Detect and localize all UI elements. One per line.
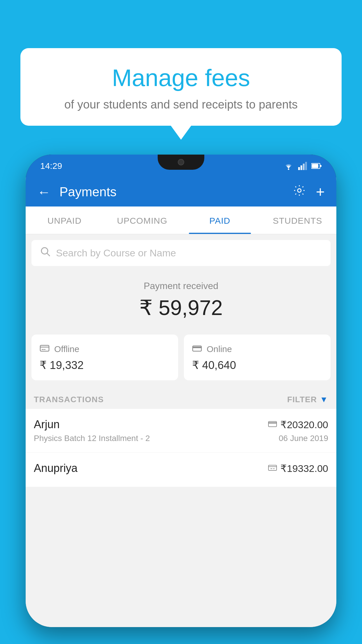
transaction-name: Arjun: [34, 418, 60, 431]
search-bar[interactable]: Search by Course or Name: [31, 240, 331, 266]
tab-students[interactable]: STUDENTS: [259, 206, 337, 234]
app-header: ← Payments +: [26, 177, 336, 206]
phone-notch: [158, 155, 204, 170]
payment-received-section: Payment received ₹ 59,972: [26, 266, 336, 329]
transaction-amount: ₹20320.00: [280, 419, 328, 430]
payment-cards: Offline ₹ 19,332 Online: [26, 329, 336, 389]
phone-screen: ← Payments + UNPAID UPCOMING PAID: [26, 177, 336, 627]
phone: 14:29: [26, 155, 336, 627]
header-actions: +: [293, 183, 325, 201]
battery-icon: [311, 162, 322, 169]
offline-card: Offline ₹ 19,332: [31, 335, 178, 380]
search-icon: [40, 246, 51, 260]
svg-rect-1: [298, 167, 300, 170]
phone-wrapper: 14:29: [26, 155, 336, 644]
filter-button[interactable]: FILTER ▼: [287, 395, 328, 404]
back-button[interactable]: ←: [37, 184, 51, 200]
tab-upcoming[interactable]: UPCOMING: [103, 206, 181, 234]
svg-rect-2: [301, 165, 302, 170]
status-icons: [283, 162, 322, 170]
online-card: Online ₹ 40,640: [184, 335, 331, 380]
tabs: UNPAID UPCOMING PAID STUDENTS: [26, 206, 336, 234]
speech-bubble: Manage fees of your students and send re…: [20, 48, 342, 126]
tab-paid[interactable]: PAID: [181, 206, 259, 234]
svg-rect-11: [40, 345, 49, 351]
filter-label: FILTER: [287, 395, 317, 404]
svg-line-10: [47, 253, 50, 256]
transaction-row[interactable]: Anupriya ₹19332.00: [26, 453, 336, 487]
main-content: Search by Course or Name Payment receive…: [26, 234, 336, 627]
offline-label: Offline: [54, 344, 79, 354]
online-amount: ₹ 40,640: [192, 359, 322, 372]
svg-rect-3: [303, 164, 305, 170]
wifi-icon: [283, 162, 294, 170]
offline-icon: [40, 343, 50, 355]
camera: [178, 159, 184, 165]
signal-icon: [298, 162, 307, 170]
settings-icon[interactable]: [293, 184, 306, 200]
svg-point-0: [288, 169, 289, 170]
tab-unpaid[interactable]: UNPAID: [26, 206, 103, 234]
card-payment-icon: [268, 420, 277, 430]
payment-received-label: Payment received: [34, 281, 328, 291]
bubble-subtitle: of your students and send receipts to pa…: [38, 98, 324, 111]
add-icon[interactable]: +: [316, 183, 325, 201]
online-icon: [192, 343, 202, 355]
online-label: Online: [207, 344, 232, 354]
payment-received-amount: ₹ 59,972: [34, 295, 328, 320]
transaction-amount: ₹19332.00: [280, 463, 328, 474]
svg-point-8: [298, 189, 301, 192]
transaction-name: Anupriya: [34, 462, 78, 475]
svg-point-9: [41, 248, 48, 254]
search-placeholder: Search by Course or Name: [56, 247, 176, 259]
bubble-title: Manage fees: [38, 64, 324, 92]
svg-rect-13: [268, 421, 277, 427]
cash-payment-icon: [268, 463, 277, 473]
transaction-date: 06 June 2019: [279, 434, 328, 443]
filter-icon: ▼: [320, 395, 328, 404]
svg-rect-14: [268, 465, 277, 470]
svg-rect-7: [312, 164, 318, 168]
transactions-label: TRANSACTIONS: [34, 395, 104, 404]
svg-rect-6: [320, 165, 321, 167]
header-title: Payments: [59, 185, 293, 199]
svg-rect-4: [305, 162, 307, 170]
transaction-row[interactable]: Arjun ₹20320.00 Physics: [26, 409, 336, 453]
transaction-desc: Physics Batch 12 Installment - 2: [34, 434, 150, 443]
status-time: 14:29: [40, 161, 62, 171]
transactions-header: TRANSACTIONS FILTER ▼: [26, 389, 336, 409]
offline-amount: ₹ 19,332: [40, 359, 170, 372]
